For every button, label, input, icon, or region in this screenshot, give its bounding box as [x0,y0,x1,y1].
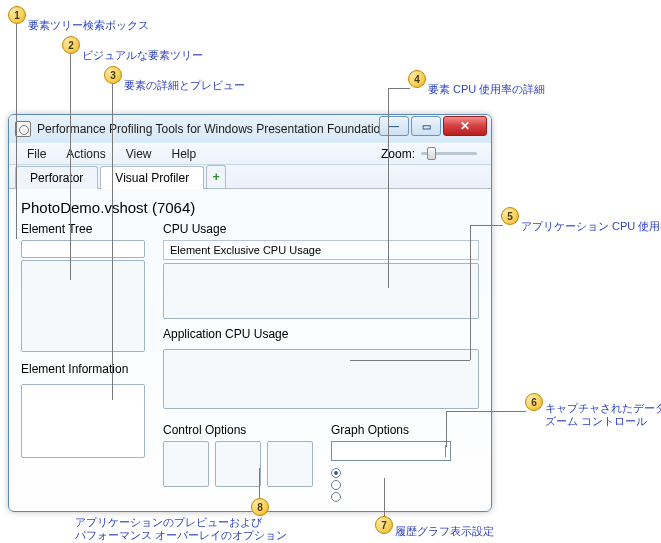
tab-visual-profiler[interactable]: Visual Profiler [100,166,204,189]
callout-label-6a: キャプチャされたデータの [545,402,661,416]
graph-options-section: Graph Options [331,423,479,504]
cpu-usage-header: CPU Usage [163,222,479,236]
graph-display-radios [331,468,479,502]
element-cpu-graph [163,263,479,319]
close-button[interactable]: ✕ [443,116,487,136]
control-option-box-1[interactable] [163,441,209,487]
callout-marker-3: 3 [104,66,122,84]
process-name: PhotoDemo.vshost (7064) [21,199,479,216]
app-window: Performance Profiling Tools for Windows … [8,114,492,512]
callout-leader [384,478,385,518]
element-tree-header: Element Tree [21,222,145,236]
graph-radio-2[interactable] [331,480,341,490]
callout-marker-6: 6 [525,393,543,411]
application-cpu-graph [163,349,479,409]
callout-marker-8: 8 [251,498,269,516]
callout-label-6b: ズーム コントロール [545,415,647,429]
menu-view[interactable]: View [116,145,162,163]
graph-options-header: Graph Options [331,423,479,437]
app-icon [15,121,31,137]
titlebar[interactable]: Performance Profiling Tools for Windows … [9,115,491,143]
callout-leader [388,88,410,89]
callout-label-8b: パフォーマンス オーバーレイのオプション [75,529,287,543]
callout-leader [388,88,389,288]
callout-leader [470,225,503,226]
callout-leader [470,225,471,360]
bottom-row: Control Options Graph Options [163,423,479,504]
callout-marker-5: 5 [501,207,519,225]
minimize-button[interactable]: — [379,116,409,136]
element-info-header: Element Information [21,362,145,376]
menu-actions[interactable]: Actions [56,145,115,163]
right-column: CPU Usage Element Exclusive CPU Usage Ap… [163,222,479,504]
graph-radio-1[interactable] [331,468,341,478]
tab-perforator[interactable]: Perforator [15,166,98,189]
graph-zoom-field[interactable] [331,441,451,461]
tabstrip: Perforator Visual Profiler + [9,165,491,189]
window-controls: — ▭ ✕ [377,116,487,136]
control-option-box-3[interactable] [267,441,313,487]
callout-leader [112,84,113,400]
window-title: Performance Profiling Tools for Windows … [37,122,387,136]
callout-marker-2: 2 [62,36,80,54]
left-column: Element Tree Element Information [21,222,145,504]
control-options-section: Control Options [163,423,313,504]
tab-add[interactable]: + [206,165,226,188]
callout-leader [70,54,71,280]
callout-label-1: 要素ツリー検索ボックス [28,18,149,33]
callout-label-4: 要素 CPU 使用率の詳細 [428,82,545,97]
element-exclusive-cpu-label: Element Exclusive CPU Usage [163,240,479,260]
element-tree-view[interactable] [21,260,145,352]
callout-label-2: ビジュアルな要素ツリー [82,48,203,63]
content-area: PhotoDemo.vshost (7064) Element Tree Ele… [9,189,491,514]
callout-marker-4: 4 [408,70,426,88]
menu-help[interactable]: Help [162,145,207,163]
zoom-slider-thumb[interactable] [427,147,436,160]
graph-radio-3[interactable] [331,492,341,502]
callout-marker-7: 7 [375,516,393,534]
callout-leader [16,24,17,239]
zoom-label: Zoom: [381,147,415,161]
callout-label-7: 履歴グラフ表示設定 [395,524,494,539]
maximize-button[interactable]: ▭ [411,116,441,136]
callout-leader [259,468,260,500]
callout-leader [350,360,470,361]
callout-label-3: 要素の詳細とプレビュー [124,78,245,93]
zoom-slider[interactable] [421,152,477,155]
menu-file[interactable]: File [17,145,56,163]
callout-leader [446,411,447,447]
zoom-control: Zoom: [381,147,491,161]
callout-marker-1: 1 [8,6,26,24]
control-options-header: Control Options [163,423,313,437]
element-info-preview [21,384,145,458]
callout-label-8a: アプリケーションのプレビューおよび [75,516,262,530]
callout-leader [446,411,526,412]
callout-label-5: アプリケーション CPU 使用率の詳細 [521,219,661,234]
menubar: File Actions View Help Zoom: [9,143,491,165]
element-tree-search-input[interactable] [21,240,145,258]
control-option-box-2[interactable] [215,441,261,487]
app-cpu-header: Application CPU Usage [163,327,479,341]
